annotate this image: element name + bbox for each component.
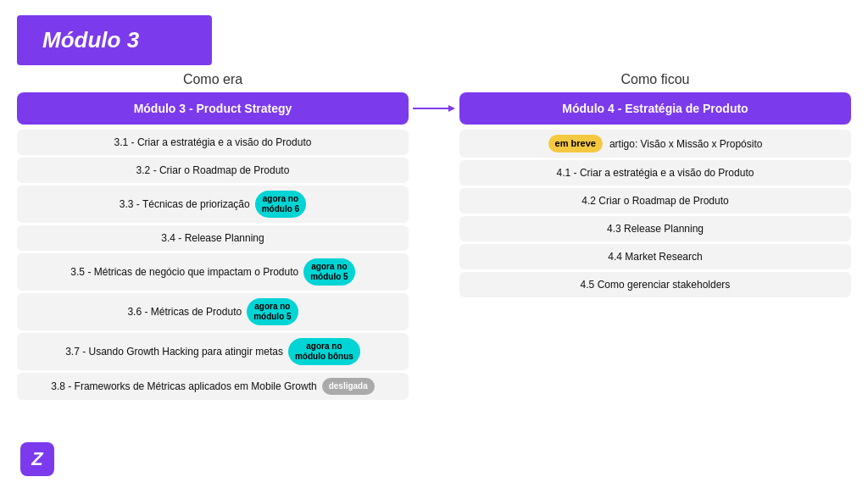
badge-embreve: em breve xyxy=(548,135,603,152)
item-text: 4.5 Como gerenciar stakeholders xyxy=(581,279,731,291)
item-text: 4.2 Criar o Roadmap de Produto xyxy=(581,195,728,207)
item-text: 4.4 Market Research xyxy=(608,251,702,263)
col-headers: Como era Como ficou xyxy=(0,72,868,87)
list-item: 3.2 - Criar o Roadmap de Produto xyxy=(17,158,409,183)
embreve-item: em breve artigo: Visão x Missão x Propós… xyxy=(459,130,851,158)
badge-cyan: agora nomódulo bônus xyxy=(288,338,360,365)
badge-gray: desligada xyxy=(322,378,375,395)
item-text: 3.1 - Criar a estratégia e a visão do Pr… xyxy=(114,136,312,148)
badge-cyan: agora nomódulo 5 xyxy=(303,258,354,286)
right-module-box: Módulo 4 - Estratégia de Produto xyxy=(459,92,851,125)
badge-cyan: agora nomódulo 5 xyxy=(247,298,298,325)
item-text: 3.6 - Métricas de Produto xyxy=(127,306,242,318)
right-col-title: Como ficou xyxy=(459,72,851,87)
logo: Z xyxy=(20,442,54,476)
list-item: 4.4 Market Research xyxy=(459,244,851,269)
left-module-box: Módulo 3 - Product Strategy xyxy=(17,92,409,125)
arrow-connector xyxy=(409,103,459,114)
badge-cyan: agora nomódulo 6 xyxy=(255,191,306,218)
list-item: 3.1 - Criar a estratégia e a visão do Pr… xyxy=(17,130,409,155)
embreve-text: artigo: Visão x Missão x Propósito xyxy=(609,138,763,150)
list-item: 4.1 - Criar a estratégia e a visão do Pr… xyxy=(459,160,851,186)
svg-marker-1 xyxy=(448,105,455,112)
list-item: 3.7 - Usando Growth Hacking para atingir… xyxy=(17,333,409,370)
item-text: 3.5 - Métricas de negócio que impactam o… xyxy=(70,266,298,278)
list-item: 4.3 Release Planning xyxy=(459,216,851,241)
item-text: 3.2 - Criar o Roadmap de Produto xyxy=(136,164,290,176)
item-text: 4.1 - Criar a estratégia e a visão do Pr… xyxy=(557,167,754,179)
header-bar: Módulo 3 xyxy=(17,15,212,65)
list-item: 3.5 - Métricas de negócio que impactam o… xyxy=(17,253,409,291)
logo-symbol: Z xyxy=(31,448,42,470)
item-text: 3.7 - Usando Growth Hacking para atingir… xyxy=(65,346,283,358)
item-text: 3.8 - Frameworks de Métricas aplicados e… xyxy=(51,380,316,392)
page: Módulo 3 Como era Como ficou Módulo 3 - … xyxy=(0,0,868,488)
item-text: 3.4 - Release Planning xyxy=(161,232,264,244)
list-item: 4.5 Como gerenciar stakeholders xyxy=(459,272,851,297)
full-layout: Módulo 3 - Product Strategy Módulo 4 - E… xyxy=(0,92,868,488)
lists-row: 3.1 - Criar a estratégia e a visão do Pr… xyxy=(17,130,851,480)
item-text: 4.3 Release Planning xyxy=(607,223,704,235)
module-header-row: Módulo 3 - Product Strategy Módulo 4 - E… xyxy=(17,92,851,125)
left-item-list: 3.1 - Criar a estratégia e a visão do Pr… xyxy=(17,130,409,480)
page-title: Módulo 3 xyxy=(42,27,186,53)
arrow-icon xyxy=(413,103,455,114)
list-item: 3.3 - Técnicas de priorização agora nomó… xyxy=(17,186,409,223)
list-item: 4.2 Criar o Roadmap de Produto xyxy=(459,188,851,214)
right-item-list: em breve artigo: Visão x Missão x Propós… xyxy=(459,130,851,480)
mid-spacer xyxy=(409,130,459,480)
list-item: 3.8 - Frameworks de Métricas aplicados e… xyxy=(17,373,409,400)
list-item: 3.4 - Release Planning xyxy=(17,225,409,251)
left-col-title: Como era xyxy=(17,72,409,87)
list-item: 3.6 - Métricas de Produto agora nomódulo… xyxy=(17,293,409,330)
item-text: 3.3 - Técnicas de priorização xyxy=(120,198,250,210)
